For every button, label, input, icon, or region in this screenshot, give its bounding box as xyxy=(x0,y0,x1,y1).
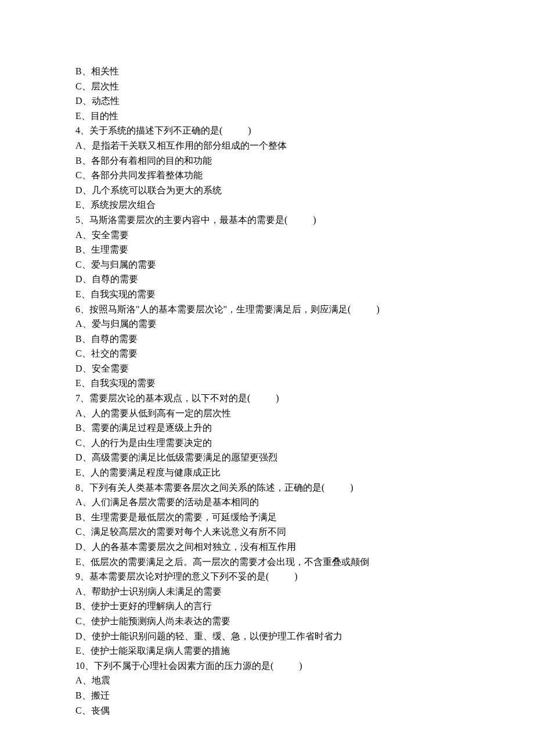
text-line: B、使护士更好的理解病人的言行 xyxy=(75,599,459,614)
text-line: A、人的需要从低到高有一定的层次性 xyxy=(75,406,459,421)
text-line: C、人的行为是由生理需要决定的 xyxy=(75,435,459,451)
text-line: B、相关性 xyxy=(75,64,459,79)
text-line: B、需要的满足过程是逐级上升的 xyxy=(75,420,459,435)
text-line: C、满足较高层次的需要对每个人来说意义有所不同 xyxy=(75,524,459,539)
text-line: B、自尊的需要 xyxy=(75,332,459,347)
text-line: D、人的各基本需要层次之间相对独立，没有相互作用 xyxy=(75,539,459,555)
text-line: C、层次性 xyxy=(75,79,459,94)
text-line: 10、下列不属于心理社会因素方面的压力源的是( ) xyxy=(75,658,459,674)
text-line: E、目的性 xyxy=(75,109,459,124)
text-line: B、搬迁 xyxy=(75,688,459,703)
text-line: E、自我实现的需要 xyxy=(75,376,459,391)
text-line: B、生理需要是最低层次的需要，可延缓给予满足 xyxy=(75,510,459,525)
text-line: E、系统按层次组合 xyxy=(75,197,459,213)
text-line: E、人的需要满足程度与健康成正比 xyxy=(75,465,459,480)
text-line: D、几个系统可以联合为更大的系统 xyxy=(75,183,459,198)
text-line: C、各部分共同发挥着整体功能 xyxy=(75,168,459,183)
text-line: C、社交的需要 xyxy=(75,346,459,361)
text-line: 8、下列有关人类基本需要各层次之间关系的陈述，正确的是( ) xyxy=(75,480,459,495)
text-line: A、爱与归属的需要 xyxy=(75,316,459,332)
text-line: D、高级需要的满足比低级需要满足的愿望更强烈 xyxy=(75,450,459,465)
text-line: C、使护士能预测病人尚未表达的需要 xyxy=(75,614,459,629)
text-line: D、安全需要 xyxy=(75,361,459,376)
text-line: E、使护士能采取满足病人需要的措施 xyxy=(75,643,459,658)
text-line: C、丧偶 xyxy=(75,703,459,718)
text-line: 4、关于系统的描述下列不正确的是( ) xyxy=(75,123,459,138)
text-line: D、自尊的需要 xyxy=(75,272,459,287)
text-line: E、低层次的需要满足之后。高一层次的需要才会出现，不含重叠或颠倒 xyxy=(75,555,459,570)
text-line: 7、需要层次论的基本观点，以下不对的是( ) xyxy=(75,391,459,406)
text-line: B、各部分有着相同的目的和功能 xyxy=(75,153,459,168)
text-line: 5、马斯洛需要层次的主要内容中，最基本的需要是( ) xyxy=(75,213,459,228)
text-line: A、安全需要 xyxy=(75,228,459,243)
text-line: B、生理需要 xyxy=(75,242,459,257)
text-line: C、爱与归属的需要 xyxy=(75,257,459,272)
text-line: A、帮助护士识别病人未满足的需要 xyxy=(75,584,459,599)
text-line: D、使护士能识别问题的轻、重、缓、急，以便护理工作省时省力 xyxy=(75,629,459,644)
text-line: 9、基本需要层次论对护理的意义下列不妥的是( ) xyxy=(75,569,459,584)
text-line: 6、按照马斯洛"人的基本需要层次论"，生理需要满足后，则应满足( ) xyxy=(75,302,459,317)
text-line: A、人们满足各层次需要的活动是基本相同的 xyxy=(75,495,459,510)
text-line: D、动态性 xyxy=(75,93,459,109)
text-line: E、自我实现的需要 xyxy=(75,287,459,302)
text-line: A、是指若干关联又相互作用的部分组成的一个整体 xyxy=(75,138,459,153)
text-line: A、地震 xyxy=(75,673,459,688)
